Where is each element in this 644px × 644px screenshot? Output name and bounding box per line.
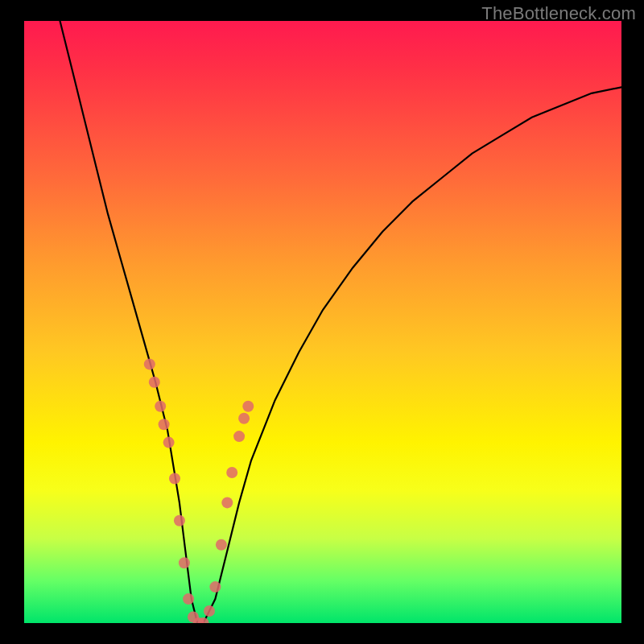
- marker-point: [242, 401, 254, 412]
- marker-point: [144, 358, 155, 369]
- marker-point: [149, 377, 160, 388]
- marker-point: [174, 515, 185, 526]
- marker-point: [169, 473, 180, 485]
- marker-point: [155, 401, 166, 412]
- marker-point: [159, 419, 170, 430]
- chart-plot-area: [24, 21, 621, 623]
- marker-point: [233, 431, 245, 442]
- marker-point: [226, 467, 237, 478]
- marker-point: [183, 593, 194, 605]
- marker-point: [238, 413, 250, 424]
- watermark-text: TheBottleneck.com: [481, 3, 636, 24]
- marker-point: [179, 557, 190, 568]
- marker-point: [163, 437, 175, 448]
- chart-frame: TheBottleneck.com: [0, 0, 644, 644]
- marker-point: [209, 581, 221, 592]
- bottleneck-curve: [60, 21, 622, 623]
- marker-point: [216, 539, 227, 551]
- chart-svg: [24, 21, 621, 623]
- marker-point: [221, 497, 233, 508]
- marker-point: [204, 605, 215, 617]
